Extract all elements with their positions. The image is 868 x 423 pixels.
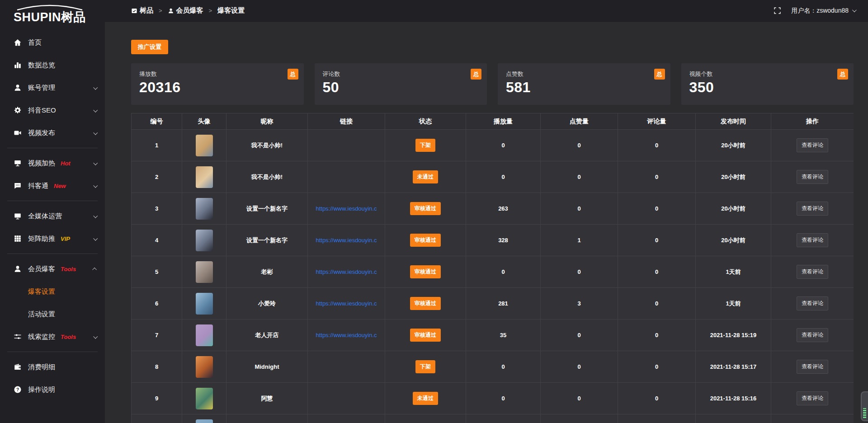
video-link[interactable]: https://www.iesdouyin.c (308, 332, 385, 338)
view-comments-button[interactable]: 查看评论 (797, 202, 828, 216)
breadcrumb-separator: > (209, 7, 212, 14)
status-badge[interactable]: 下架 (415, 360, 435, 373)
sidebar-item-2[interactable]: 账号管理 (0, 76, 105, 99)
view-comments-button[interactable]: 查看评论 (797, 170, 828, 184)
breadcrumb-item-0[interactable]: 树品 (131, 6, 153, 15)
video-link[interactable]: https://www.iesdouyin.c (308, 300, 385, 307)
column-header: 头像 (182, 113, 226, 130)
chevron-down-icon (93, 236, 98, 240)
status-badge[interactable]: 审核通过 (410, 297, 441, 310)
fullscreen-icon[interactable] (774, 7, 781, 14)
sidebar-item-8[interactable]: 矩阵助推VIP (0, 227, 105, 250)
cell-time: 1天前 (696, 256, 771, 288)
status-badge[interactable]: 下架 (415, 139, 435, 152)
cell-time: 20小时前 (696, 130, 771, 161)
view-comments-button[interactable]: 查看评论 (797, 265, 828, 279)
sidebar-subitem-0[interactable]: 爆客设置 (0, 280, 105, 303)
cell-status: 下架 (385, 351, 466, 383)
cell-id: 8 (132, 351, 182, 383)
stat-label: 播放数 (139, 70, 296, 78)
status-badge[interactable]: 审核通过 (410, 234, 441, 247)
page-content: 推广设置 播放数20316总评论数50总点赞数581总视频个数350总 编号头像… (105, 22, 868, 423)
sidebar-item-3[interactable]: 抖音SEO (0, 99, 105, 122)
sidebar-item-4[interactable]: 视频发布 (0, 122, 105, 144)
screen-icon (14, 159, 22, 167)
stats-row: 播放数20316总评论数50总点赞数581总视频个数350总 (131, 63, 854, 105)
user-area: 用户名：zswodun88 (774, 7, 855, 15)
cell-status (385, 414, 466, 423)
total-badge: 总 (837, 69, 848, 80)
sidebar-item-1[interactable]: 数据总览 (0, 54, 105, 76)
video-icon (14, 129, 22, 137)
status-badge[interactable]: 审核通过 (410, 202, 441, 215)
sidebar-item-5[interactable]: 视频加热Hot (0, 152, 105, 174)
table-row: 6小爱玲https://www.iesdouyin.c审核通过281301天前查… (132, 288, 854, 320)
sidebar-item-badge: Tools (61, 334, 76, 340)
table-head: 编号头像昵称链接状态播放量点赞量评论量发布时间操作 (132, 113, 854, 130)
sidebar-item-11[interactable]: 消费明细 (0, 356, 105, 378)
status-badge[interactable]: 审核通过 (410, 329, 441, 342)
sidebar-item-label: 会员爆客 (28, 265, 55, 273)
view-comments-button[interactable]: 查看评论 (797, 360, 828, 374)
breadcrumb-item-2[interactable]: 爆客设置 (217, 6, 245, 15)
divider (7, 254, 98, 254)
cell-action: 查看评论 (771, 383, 854, 414)
cell-likes: 0 (541, 193, 618, 225)
sidebar-item-0[interactable]: 首页 (0, 31, 105, 54)
video-link[interactable]: https://www.iesdouyin.c (308, 205, 385, 212)
chevron-down-icon (93, 85, 98, 89)
cell-nickname: 设置一个新名字 (226, 193, 308, 225)
chevron-down-icon (93, 334, 98, 338)
column-header: 播放量 (466, 113, 541, 130)
floating-widget[interactable] (861, 391, 868, 421)
stat-card-2: 点赞数581总 (498, 63, 670, 105)
status-badge[interactable]: 审核通过 (410, 265, 441, 278)
promotion-settings-button[interactable]: 推广设置 (131, 40, 168, 54)
column-header: 操作 (771, 113, 854, 130)
view-comments-button[interactable]: 查看评论 (797, 296, 828, 310)
breadcrumb-item-1[interactable]: 会员爆客 (168, 6, 203, 15)
sidebar-item-badge: New (54, 183, 66, 189)
stat-card-3: 视频个数350总 (681, 63, 854, 105)
video-link[interactable]: https://www.iesdouyin.c (308, 237, 385, 244)
member-icon (14, 265, 22, 273)
topbar: 树品>会员爆客>爆客设置 用户名：zswodun88 (105, 0, 868, 22)
equalizer-icon (863, 408, 866, 418)
video-link[interactable]: https://www.iesdouyin.c (308, 268, 385, 275)
cell-status: 审核通过 (385, 193, 466, 225)
sidebar-item-7[interactable]: 全媒体运营 (0, 205, 105, 227)
username-label[interactable]: 用户名：zswodun88 (791, 7, 849, 15)
cell-nickname: 阿慧 (226, 383, 308, 414)
sidebar-item-6[interactable]: 抖客通New (0, 174, 105, 197)
logo[interactable]: SHUPIN树品 (0, 0, 105, 24)
view-comments-button[interactable]: 查看评论 (797, 328, 828, 342)
cell-action: 查看评论 (771, 288, 854, 320)
sidebar-item-10[interactable]: 线索监控Tools (0, 325, 105, 348)
status-badge[interactable]: 未通过 (413, 170, 438, 183)
chevron-down-icon[interactable] (852, 8, 857, 12)
cell-status: 审核通过 (385, 288, 466, 320)
avatar (196, 166, 213, 188)
status-badge[interactable]: 未通过 (413, 392, 438, 405)
breadcrumb-label: 树品 (140, 6, 153, 15)
view-comments-button[interactable]: 查看评论 (797, 233, 828, 247)
cell-id: 1 (132, 130, 182, 161)
sidebar-item-label: 账号管理 (28, 84, 55, 92)
table-row: 2我不是小帅!未通过00020小时前查看评论 (132, 161, 854, 193)
cell-avatar (182, 161, 226, 193)
cell-action: 查看评论 (771, 320, 854, 351)
sidebar-item-9[interactable]: 会员爆客Tools (0, 258, 105, 280)
cell-plays (466, 414, 541, 423)
sidebar-subitem-1[interactable]: 活动设置 (0, 303, 105, 325)
table-row: 9阿慧未通过0002021-11-28 15:16查看评论 (132, 383, 854, 414)
sidebar-item-12[interactable]: ?操作说明 (0, 378, 105, 401)
column-header: 链接 (308, 113, 385, 130)
view-comments-button[interactable]: 查看评论 (797, 391, 828, 405)
home-icon (14, 38, 22, 47)
cell-likes: 0 (541, 130, 618, 161)
cell-time: 2021-11-28 15:19 (696, 320, 771, 351)
cell-avatar (182, 225, 226, 256)
chevron-down-icon (93, 160, 98, 165)
view-comments-button[interactable]: 查看评论 (797, 138, 828, 152)
table-row (132, 414, 854, 423)
